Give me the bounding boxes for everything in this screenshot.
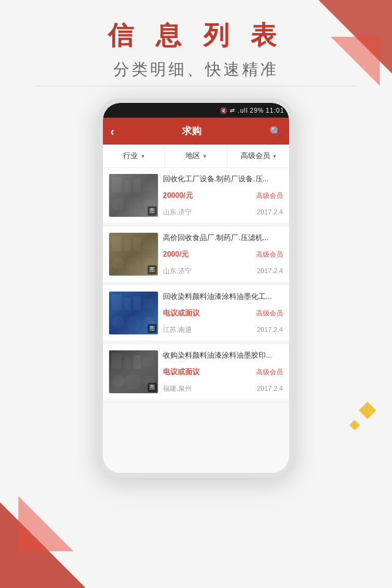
status-signal: 🔇 ⇌ .ull	[220, 107, 248, 114]
listing-row3: 福建.泉州 2017.2.4	[163, 384, 283, 393]
status-battery: 29%	[250, 107, 264, 114]
listing-title: 收购染料颜料油漆涂料油墨胶印...	[163, 350, 283, 361]
listing-info: 回收化工厂设备.制药厂设备.压... 20000/元 高级会员 山东.济宁 20…	[158, 174, 283, 217]
listing-date: 2017.2.4	[257, 385, 283, 392]
svg-rect-23	[134, 355, 141, 369]
bg-triangle-bottom-left-2	[18, 496, 74, 551]
thumb-badge: 图	[148, 324, 157, 333]
listing-row3: 江苏.南通 2017.2.4	[163, 325, 283, 334]
listing-member-badge: 高级会员	[256, 309, 283, 318]
listing-thumb: 图	[109, 292, 158, 334]
listing-item[interactable]: 图 收购染料颜料油漆涂料油墨胶印... 电议或面议 高级会员 福建.泉州 201…	[103, 344, 289, 403]
svg-rect-14	[112, 295, 121, 310]
svg-rect-8	[124, 239, 130, 251]
status-time: 11:01	[266, 107, 284, 114]
listing-row2: 电议或面议 高级会员	[163, 367, 283, 377]
listing-location: 江苏.南通	[163, 325, 192, 334]
svg-rect-17	[143, 299, 154, 308]
bg-diamond-right	[359, 402, 376, 419]
svg-rect-1	[124, 180, 130, 192]
listing-member-badge: 高级会员	[256, 368, 283, 377]
listing-info: 收购染料颜料油漆涂料油墨胶印... 电议或面议 高级会员 福建.泉州 2017.…	[158, 350, 283, 393]
svg-point-11	[112, 257, 124, 270]
svg-point-5	[126, 198, 141, 213]
filter-industry-arrow: ▾	[141, 153, 145, 159]
filter-member[interactable]: 高级会员 ▾	[227, 145, 289, 167]
filter-member-label: 高级会员	[241, 151, 270, 160]
listing-row3: 山东.济宁 2017.2.4	[163, 208, 283, 217]
app-header: ‹ 求购 🔍	[103, 118, 289, 145]
listing-thumb: 图	[109, 174, 158, 217]
svg-point-25	[112, 375, 124, 387]
listing-member-badge: 高级会员	[256, 191, 283, 200]
svg-rect-9	[134, 238, 141, 251]
thumb-badge: 图	[148, 383, 157, 392]
listing-row3: 山东.济宁 2017.2.4	[163, 266, 283, 276]
listing-title: 高价回收食品厂.制药厂.压滤机...	[163, 233, 283, 243]
bg-diamond-right-2	[350, 420, 360, 431]
listing-info: 高价回收食品厂.制药厂.压滤机... 2000/元 高级会员 山东.济宁 201…	[158, 233, 283, 276]
thumb-badge: 图	[148, 265, 157, 274]
filter-industry-label: 行业	[123, 151, 138, 160]
svg-rect-22	[124, 356, 130, 369]
listing-item[interactable]: 图 回收染料颜料油漆涂料油墨化工... 电议或面议 高级会员 江苏.南通 201…	[103, 285, 289, 344]
listing-info: 回收染料颜料油漆涂料油墨化工... 电议或面议 高级会员 江苏.南通 2017.…	[158, 292, 283, 334]
listing-price: 2000/元	[163, 249, 189, 260]
phone-mockup: 🔇 ⇌ .ull 29% 11:01 ‹ 求购 🔍 行业 ▾ 地区 ▾ 高级会员…	[98, 98, 294, 478]
svg-point-18	[112, 316, 124, 328]
listing-date: 2017.2.4	[257, 208, 283, 216]
svg-point-26	[126, 375, 141, 390]
listings-area: 图 回收化工厂设备.制药厂设备.压... 20000/元 高级会员 山东.济宁 …	[103, 168, 289, 473]
header-title: 求购	[182, 125, 202, 138]
filter-region-arrow: ▾	[203, 153, 206, 159]
filter-member-arrow: ▾	[273, 153, 276, 159]
svg-point-4	[112, 198, 124, 211]
filter-region[interactable]: 地区 ▾	[165, 145, 228, 167]
svg-rect-15	[124, 298, 130, 310]
listing-thumb: 图	[109, 233, 158, 276]
svg-rect-2	[134, 179, 141, 192]
page-title-sub: 分类明细、快速精准	[0, 59, 392, 80]
listing-price: 20000/元	[163, 190, 193, 201]
listing-location: 福建.泉州	[163, 384, 192, 393]
svg-rect-7	[112, 236, 121, 251]
svg-point-12	[126, 257, 141, 272]
listing-title: 回收染料颜料油漆涂料油墨化工...	[163, 292, 283, 302]
listing-title: 回收化工厂设备.制药厂设备.压...	[163, 174, 283, 184]
svg-rect-24	[143, 358, 154, 367]
svg-rect-10	[143, 240, 154, 249]
svg-rect-21	[112, 353, 121, 369]
listing-row2: 2000/元 高级会员	[163, 249, 283, 260]
filter-industry[interactable]: 行业 ▾	[103, 145, 165, 167]
svg-rect-16	[134, 296, 141, 310]
status-bar: 🔇 ⇌ .ull 29% 11:01	[103, 103, 289, 118]
back-button[interactable]: ‹	[110, 124, 115, 138]
filter-region-label: 地区	[186, 151, 200, 160]
listing-member-badge: 高级会员	[256, 250, 283, 259]
page-title-main: 信 息 列 表	[0, 18, 392, 53]
listing-row2: 电议或面议 高级会员	[163, 308, 283, 318]
listing-date: 2017.2.4	[257, 267, 283, 274]
page-title-area: 信 息 列 表 分类明细、快速精准	[0, 18, 392, 80]
listing-thumb: 图	[109, 350, 158, 393]
listing-item[interactable]: 图 高价回收食品厂.制药厂.压滤机... 2000/元 高级会员 山东.济宁 2…	[103, 227, 289, 285]
listing-location: 山东.济宁	[163, 208, 192, 217]
listing-location: 山东.济宁	[163, 266, 192, 276]
search-icon[interactable]: 🔍	[270, 126, 282, 137]
svg-point-19	[126, 316, 141, 331]
listing-row2: 20000/元 高级会员	[163, 190, 283, 201]
phone-inner: 🔇 ⇌ .ull 29% 11:01 ‹ 求购 🔍 行业 ▾ 地区 ▾ 高级会员…	[103, 103, 289, 473]
listing-item[interactable]: 图 回收化工厂设备.制药厂设备.压... 20000/元 高级会员 山东.济宁 …	[103, 168, 289, 227]
listing-price: 电议或面议	[163, 308, 200, 318]
thumb-badge: 图	[148, 206, 157, 216]
status-icons: 🔇 ⇌ .ull 29% 11:01	[220, 107, 284, 114]
svg-rect-0	[112, 177, 121, 192]
listing-price: 电议或面议	[163, 367, 200, 377]
filter-bar: 行业 ▾ 地区 ▾ 高级会员 ▾	[103, 145, 289, 168]
divider-line	[37, 86, 355, 86]
svg-rect-3	[143, 181, 154, 190]
listing-date: 2017.2.4	[257, 326, 283, 333]
